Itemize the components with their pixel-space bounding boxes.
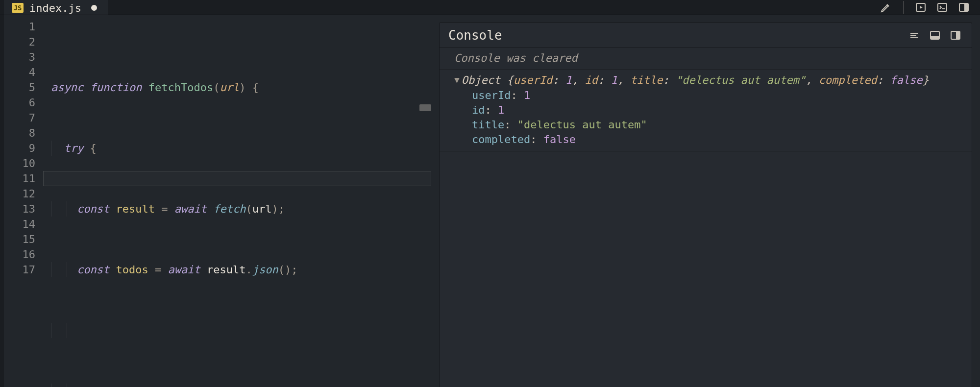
panel-layout-icon xyxy=(958,1,970,13)
main-split: 1234567891011121314151617 async function… xyxy=(0,15,980,387)
edit-button[interactable] xyxy=(879,0,893,15)
code-line[interactable] xyxy=(43,323,431,338)
object-property: id: 1 xyxy=(472,103,957,118)
object-property: title: "delectus aut autem" xyxy=(472,118,957,132)
console-panel: Console Console was cleared ▼Object {use… xyxy=(439,22,972,387)
tab-index-js[interactable]: JS index.js xyxy=(4,0,108,15)
code-line[interactable]: async function fetchTodos(url) { xyxy=(43,80,431,95)
topbar-spacer xyxy=(108,0,870,15)
svg-rect-1 xyxy=(938,3,947,11)
code-line[interactable]: return todos; xyxy=(43,384,431,387)
object-property: userId: 1 xyxy=(472,88,957,103)
separator xyxy=(903,1,904,14)
console-cleared-message: Console was cleared xyxy=(440,48,972,70)
preview-button[interactable] xyxy=(913,0,928,15)
panel-bottom-button[interactable] xyxy=(928,28,942,43)
topbar: JS index.js xyxy=(0,0,980,15)
unsaved-indicator-icon xyxy=(91,5,97,11)
line-number-gutter: 1234567891011121314151617 xyxy=(4,15,43,387)
clear-icon xyxy=(908,29,920,41)
panel-right-button[interactable] xyxy=(948,28,963,43)
console-output[interactable]: Console was cleared ▼Object {userId: 1, … xyxy=(440,48,972,387)
object-property: completed: false xyxy=(472,132,957,147)
terminal-icon xyxy=(936,1,948,13)
console-header: Console xyxy=(440,23,972,48)
minimap[interactable] xyxy=(419,15,431,387)
code-editor[interactable]: 1234567891011121314151617 async function… xyxy=(0,15,431,387)
code-line[interactable]: const result = await fetch(url); xyxy=(43,201,431,217)
clear-console-button[interactable] xyxy=(907,28,922,43)
panel-bottom-icon xyxy=(929,29,941,41)
minimap-handle[interactable] xyxy=(419,104,431,111)
active-line-highlight xyxy=(43,171,431,186)
expand-caret-icon[interactable]: ▼ xyxy=(454,73,460,87)
code-line[interactable]: try { xyxy=(43,141,431,156)
play-window-icon xyxy=(915,1,927,13)
svg-rect-7 xyxy=(956,31,960,39)
object-expanded: userId: 1 id: 1 title: "delectus aut aut… xyxy=(454,88,957,147)
layout-button[interactable] xyxy=(956,0,971,15)
svg-rect-3 xyxy=(964,3,968,11)
console-log-entry[interactable]: ▼Object {userId: 1, id: 1, title: "delec… xyxy=(440,70,972,151)
panel-right-icon xyxy=(950,29,961,41)
terminal-button[interactable] xyxy=(935,0,950,15)
tab-filename: index.js xyxy=(29,2,81,14)
code-line[interactable]: const todos = await result.json(); xyxy=(43,262,431,277)
topbar-actions xyxy=(870,0,980,15)
activity-strip xyxy=(0,0,4,15)
pencil-icon xyxy=(880,1,892,13)
console-panel-wrap: Console Console was cleared ▼Object {use… xyxy=(431,15,980,387)
code-area[interactable]: async function fetchTodos(url) { try { c… xyxy=(43,15,431,387)
object-summary[interactable]: ▼Object {userId: 1, id: 1, title: "delec… xyxy=(454,73,957,88)
console-title: Console xyxy=(448,28,901,43)
js-file-icon: JS xyxy=(12,3,24,13)
svg-rect-5 xyxy=(931,36,939,39)
